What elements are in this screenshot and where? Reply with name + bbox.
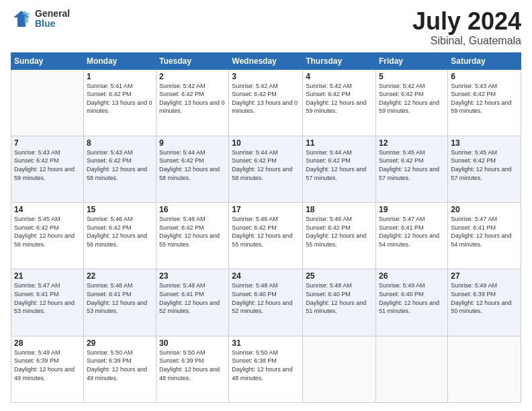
day-detail: Sunrise: 5:45 AMSunset: 6:42 PMDaylight:… (451, 149, 511, 181)
day-number: 8 (87, 138, 153, 148)
calendar-week-row: 1 Sunrise: 5:41 AMSunset: 6:42 PMDayligh… (11, 69, 521, 136)
day-number: 16 (159, 205, 226, 214)
day-number: 10 (232, 138, 300, 148)
calendar-location: Sibinal, Guatemala (412, 35, 521, 47)
day-detail: Sunrise: 5:49 AMSunset: 6:40 PMDaylight:… (379, 282, 439, 314)
table-row: 7 Sunrise: 5:43 AMSunset: 6:42 PMDayligh… (11, 136, 84, 202)
day-detail: Sunrise: 5:46 AMSunset: 6:42 PMDaylight:… (232, 216, 292, 248)
calendar-page: General Blue July 2024 Sibinal, Guatemal… (0, 0, 532, 411)
table-row: 10 Sunrise: 5:44 AMSunset: 6:42 PMDaylig… (229, 136, 303, 202)
table-row: 4 Sunrise: 5:42 AMSunset: 6:42 PMDayligh… (303, 69, 376, 136)
header: General Blue July 2024 Sibinal, Guatemal… (11, 8, 521, 47)
calendar-table: Sunday Monday Tuesday Wednesday Thursday… (11, 52, 521, 403)
col-sunday: Sunday (11, 52, 84, 69)
table-row: 31 Sunrise: 5:50 AMSunset: 6:38 PMDaylig… (229, 336, 303, 402)
logo-icon (11, 8, 32, 30)
day-detail: Sunrise: 5:43 AMSunset: 6:42 PMDaylight:… (451, 83, 511, 115)
table-row: 2 Sunrise: 5:42 AMSunset: 6:42 PMDayligh… (157, 69, 229, 136)
day-detail: Sunrise: 5:44 AMSunset: 6:42 PMDaylight:… (306, 149, 366, 181)
table-row: 16 Sunrise: 5:46 AMSunset: 6:42 PMDaylig… (157, 203, 229, 269)
col-saturday: Saturday (448, 52, 521, 69)
day-number: 13 (451, 138, 518, 148)
day-detail: Sunrise: 5:47 AMSunset: 6:41 PMDaylight:… (451, 216, 511, 248)
day-number: 3 (232, 72, 300, 81)
table-row: 12 Sunrise: 5:45 AMSunset: 6:42 PMDaylig… (376, 136, 448, 202)
day-number: 17 (232, 205, 300, 214)
day-detail: Sunrise: 5:49 AMSunset: 6:39 PMDaylight:… (451, 282, 511, 314)
table-row: 5 Sunrise: 5:42 AMSunset: 6:42 PMDayligh… (376, 69, 448, 136)
table-row: 30 Sunrise: 5:50 AMSunset: 6:39 PMDaylig… (157, 336, 229, 402)
day-detail: Sunrise: 5:43 AMSunset: 6:42 PMDaylight:… (14, 149, 75, 181)
day-number: 18 (306, 205, 373, 214)
day-number: 7 (14, 138, 81, 148)
day-number: 21 (14, 271, 81, 281)
table-row: 27 Sunrise: 5:49 AMSunset: 6:39 PMDaylig… (448, 269, 521, 336)
table-row (448, 336, 521, 402)
table-row: 22 Sunrise: 5:48 AMSunset: 6:41 PMDaylig… (83, 269, 156, 336)
day-number: 15 (87, 205, 153, 214)
day-detail: Sunrise: 5:48 AMSunset: 6:40 PMDaylight:… (232, 282, 292, 314)
logo-general-text: General (35, 9, 70, 19)
day-detail: Sunrise: 5:46 AMSunset: 6:42 PMDaylight:… (159, 216, 220, 248)
table-row: 21 Sunrise: 5:47 AMSunset: 6:41 PMDaylig… (11, 269, 84, 336)
table-row: 15 Sunrise: 5:46 AMSunset: 6:42 PMDaylig… (83, 203, 156, 269)
calendar-week-row: 28 Sunrise: 5:49 AMSunset: 6:39 PMDaylig… (11, 336, 521, 402)
day-number: 25 (306, 271, 373, 281)
calendar-header-row: Sunday Monday Tuesday Wednesday Thursday… (11, 52, 521, 69)
table-row: 1 Sunrise: 5:41 AMSunset: 6:42 PMDayligh… (83, 69, 156, 136)
day-number: 14 (14, 205, 81, 214)
table-row: 29 Sunrise: 5:50 AMSunset: 6:39 PMDaylig… (83, 336, 156, 402)
day-detail: Sunrise: 5:45 AMSunset: 6:42 PMDaylight:… (379, 149, 439, 181)
day-number: 1 (87, 72, 153, 81)
col-monday: Monday (83, 52, 156, 69)
table-row: 9 Sunrise: 5:44 AMSunset: 6:42 PMDayligh… (157, 136, 229, 202)
table-row (303, 336, 376, 402)
day-number: 4 (306, 72, 373, 81)
calendar-title: July 2024 (412, 8, 521, 35)
day-number: 19 (379, 205, 445, 214)
table-row: 14 Sunrise: 5:45 AMSunset: 6:42 PMDaylig… (11, 203, 84, 269)
day-detail: Sunrise: 5:46 AMSunset: 6:42 PMDaylight:… (87, 216, 147, 248)
day-number: 29 (87, 338, 153, 348)
day-detail: Sunrise: 5:44 AMSunset: 6:42 PMDaylight:… (232, 149, 292, 181)
table-row: 28 Sunrise: 5:49 AMSunset: 6:39 PMDaylig… (11, 336, 84, 402)
day-number: 31 (232, 338, 300, 348)
table-row: 19 Sunrise: 5:47 AMSunset: 6:41 PMDaylig… (376, 203, 448, 269)
title-block: July 2024 Sibinal, Guatemala (412, 8, 521, 47)
day-detail: Sunrise: 5:42 AMSunset: 6:42 PMDaylight:… (232, 83, 298, 115)
day-number: 22 (87, 271, 153, 281)
day-number: 28 (14, 338, 81, 348)
table-row: 3 Sunrise: 5:42 AMSunset: 6:42 PMDayligh… (229, 69, 303, 136)
logo: General Blue (11, 8, 70, 30)
day-number: 5 (379, 72, 445, 81)
table-row (376, 336, 448, 402)
day-number: 2 (159, 72, 226, 81)
table-row: 11 Sunrise: 5:44 AMSunset: 6:42 PMDaylig… (303, 136, 376, 202)
col-wednesday: Wednesday (229, 52, 303, 69)
table-row: 25 Sunrise: 5:48 AMSunset: 6:40 PMDaylig… (303, 269, 376, 336)
day-detail: Sunrise: 5:49 AMSunset: 6:39 PMDaylight:… (14, 349, 75, 381)
table-row: 23 Sunrise: 5:48 AMSunset: 6:41 PMDaylig… (157, 269, 229, 336)
day-detail: Sunrise: 5:42 AMSunset: 6:42 PMDaylight:… (379, 83, 439, 115)
day-detail: Sunrise: 5:41 AMSunset: 6:42 PMDaylight:… (87, 83, 152, 115)
day-detail: Sunrise: 5:44 AMSunset: 6:42 PMDaylight:… (159, 149, 220, 181)
day-detail: Sunrise: 5:45 AMSunset: 6:42 PMDaylight:… (14, 216, 75, 248)
day-detail: Sunrise: 5:48 AMSunset: 6:40 PMDaylight:… (306, 282, 366, 314)
day-number: 9 (159, 138, 226, 148)
table-row: 20 Sunrise: 5:47 AMSunset: 6:41 PMDaylig… (448, 203, 521, 269)
logo-text: General Blue (35, 9, 70, 30)
day-detail: Sunrise: 5:47 AMSunset: 6:41 PMDaylight:… (14, 282, 75, 314)
table-row: 17 Sunrise: 5:46 AMSunset: 6:42 PMDaylig… (229, 203, 303, 269)
day-detail: Sunrise: 5:42 AMSunset: 6:42 PMDaylight:… (159, 83, 225, 115)
day-detail: Sunrise: 5:46 AMSunset: 6:42 PMDaylight:… (306, 216, 366, 248)
day-number: 26 (379, 271, 445, 281)
day-detail: Sunrise: 5:48 AMSunset: 6:41 PMDaylight:… (87, 282, 147, 314)
calendar-week-row: 7 Sunrise: 5:43 AMSunset: 6:42 PMDayligh… (11, 136, 521, 202)
col-tuesday: Tuesday (157, 52, 229, 69)
day-detail: Sunrise: 5:47 AMSunset: 6:41 PMDaylight:… (379, 216, 439, 248)
day-number: 12 (379, 138, 445, 148)
table-row: 18 Sunrise: 5:46 AMSunset: 6:42 PMDaylig… (303, 203, 376, 269)
day-number: 30 (159, 338, 226, 348)
table-row: 8 Sunrise: 5:43 AMSunset: 6:42 PMDayligh… (83, 136, 156, 202)
logo-blue-text: Blue (35, 19, 70, 29)
